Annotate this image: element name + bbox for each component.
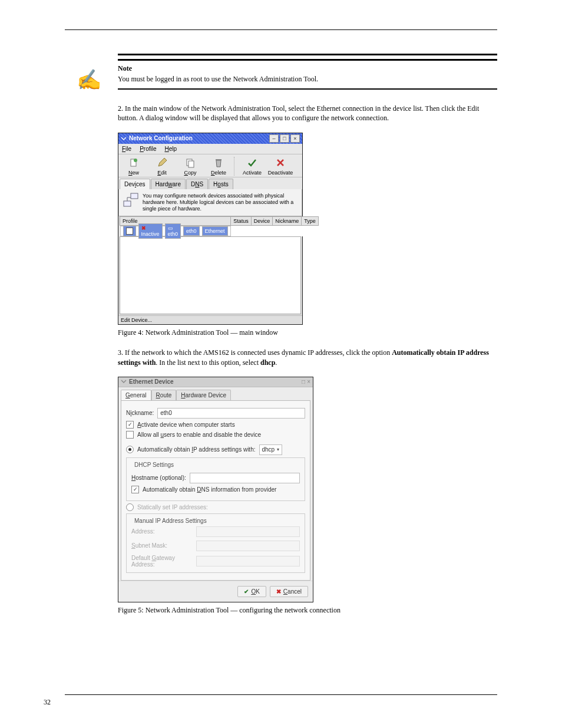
svg-rect-3 [189, 161, 194, 167]
nic-icon: ▭ [168, 225, 173, 231]
footer-rule [65, 694, 497, 695]
figure-network-config-window: Network Configuration – □ × File Profile… [118, 133, 303, 325]
tab-devices[interactable]: Devices [120, 179, 150, 189]
allow-users-checkbox[interactable] [126, 431, 134, 439]
statusbar: Edit Device... [118, 315, 302, 324]
nickname-field[interactable]: eth0 [157, 408, 305, 419]
chevron-down-icon: ▾ [277, 447, 279, 452]
step-3-number: 3. [118, 348, 123, 357]
network-devices-icon [123, 193, 139, 208]
inactive-icon: ✖ [141, 225, 146, 231]
toolbar-deactivate[interactable]: Deactivate [266, 157, 295, 176]
tab-route[interactable]: Route [151, 390, 177, 400]
tab-general[interactable]: General [121, 390, 151, 400]
devices-table: Profile Status Device Nickname Type ✓ ✖ … [120, 216, 319, 236]
auto-ip-method-select[interactable]: dhcp ▾ [259, 444, 283, 455]
profile-checkbox[interactable]: ✓ [126, 228, 133, 235]
static-ip-label: Statically set IP addresses: [137, 504, 208, 510]
activate-on-start-checkbox[interactable]: ✓ [126, 421, 134, 429]
button-bar: ✔ OK ✖ Cancel [118, 581, 313, 602]
status-cell: Inactive [141, 231, 160, 237]
titlebar: Network Configuration – □ × [118, 133, 302, 144]
manual-ip-legend: Manual IP Address Settings [133, 518, 209, 524]
titlebar: Ethernet Device □ × [118, 377, 313, 387]
menu-help[interactable]: Help [164, 146, 177, 152]
tabbar: General Route Hardware Device [118, 387, 313, 400]
svg-point-1 [134, 159, 137, 162]
figure-ethernet-device-dialog: Ethernet Device □ × General Route Hardwa… [118, 377, 313, 602]
close-icon[interactable]: × [307, 378, 310, 385]
table-row[interactable]: ✓ ✖ Inactive ▭ eth0 eth0 Ethernet [120, 226, 231, 236]
note-label: Note [118, 64, 497, 73]
close-icon[interactable]: × [290, 134, 300, 143]
note-top-rule [118, 54, 497, 61]
address-field [196, 526, 300, 537]
subnet-mask-label: Subnet Mask: [131, 542, 196, 549]
toolbar: New Edit Copy Delete Activate Deactiva [118, 154, 302, 177]
nickname-label: Nickname: [126, 410, 154, 416]
minimize-icon[interactable]: – [269, 134, 279, 143]
col-status[interactable]: Status [231, 217, 252, 226]
window-menu-icon[interactable] [121, 136, 127, 141]
pencil-icon [156, 157, 168, 169]
subnet-mask-field [196, 541, 300, 551]
note-text: You must be logged in as root to use the… [118, 74, 497, 84]
figure-2-caption: Figure 5: Network Administration Tool — … [118, 606, 497, 615]
auto-ip-radio[interactable] [126, 446, 134, 453]
tab-dns[interactable]: DNS [186, 179, 208, 189]
tabbar: Devices Hardware DNS Hosts [118, 177, 302, 189]
new-icon [128, 157, 140, 169]
check-icon [246, 157, 258, 169]
svg-rect-5 [131, 193, 138, 199]
col-type[interactable]: Type [302, 217, 319, 226]
static-ip-radio[interactable] [126, 503, 134, 511]
gateway-label: Default Gateway Address: [131, 555, 196, 568]
trash-icon [213, 157, 224, 169]
hostname-label: Hostname (optional): [131, 475, 186, 481]
step-3: 3. If the network to which the AMS162 is… [118, 348, 497, 367]
nickname-value: eth0 [160, 410, 171, 416]
note-block: Note You must be logged in as root to us… [118, 54, 497, 90]
svg-rect-4 [216, 159, 222, 160]
menubar: File Profile Help [118, 144, 302, 154]
address-label: Address: [131, 528, 196, 535]
menu-profile[interactable]: Profile [140, 146, 156, 152]
toolbar-activate[interactable]: Activate [238, 157, 266, 176]
toolbar-separator [234, 157, 237, 176]
hostname-field[interactable] [190, 473, 300, 483]
activate-on-start-label: Activate device when computer starts [137, 421, 235, 428]
device-cell: eth0 [168, 231, 178, 237]
allow-users-label: Allow all users to enable and disable th… [137, 431, 261, 438]
dhcp-settings-group: DHCP Settings Hostname (optional): ✓ Aut… [126, 457, 305, 501]
table-empty-area [120, 236, 301, 314]
figure-1-caption: Figure 4: Network Administration Tool — … [118, 328, 497, 337]
auto-dns-checkbox[interactable]: ✓ [131, 486, 139, 493]
tab-hardware[interactable]: Hardware [151, 179, 186, 189]
menu-file[interactable]: File [122, 146, 131, 152]
col-device[interactable]: Device [251, 217, 273, 226]
info-text: You may configure network devices associ… [143, 193, 298, 213]
x-icon [275, 157, 286, 169]
step-3-text: If the network to which the AMS162 is co… [118, 348, 489, 366]
ok-button[interactable]: ✔ OK [237, 586, 266, 597]
tab-hosts[interactable]: Hosts [209, 179, 233, 189]
toolbar-delete[interactable]: Delete [204, 157, 233, 176]
window-menu-icon[interactable] [121, 378, 127, 386]
col-nickname[interactable]: Nickname [273, 217, 302, 226]
header-rule [65, 29, 497, 30]
gateway-field [196, 556, 300, 566]
nickname-cell: eth0 [183, 226, 200, 236]
toolbar-edit[interactable]: Edit [148, 157, 176, 176]
x-icon: ✖ [276, 588, 281, 595]
maximize-icon[interactable]: □ [302, 378, 305, 385]
toolbar-copy[interactable]: Copy [176, 157, 204, 176]
toolbar-new[interactable]: New [120, 157, 148, 176]
maximize-icon[interactable]: □ [280, 134, 289, 143]
cancel-button[interactable]: ✖ Cancel [270, 586, 308, 597]
tab-hardware-device[interactable]: Hardware Device [176, 390, 231, 400]
auto-ip-label: Automatically obtain IP address settings… [137, 446, 256, 453]
general-panel: Nickname: eth0 ✓ Activate device when co… [121, 400, 310, 581]
handwriting-icon: ✍ [77, 68, 101, 91]
type-cell: Ethernet [202, 226, 228, 236]
step-2-text: In the main window of the Network Admini… [118, 104, 479, 122]
